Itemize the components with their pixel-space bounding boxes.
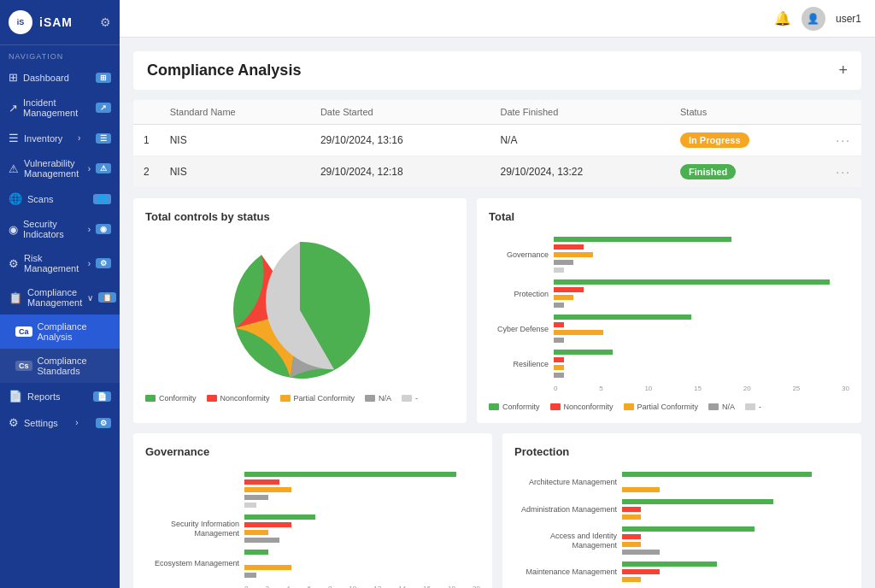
other-color	[745, 403, 755, 410]
sidebar-item-vulnerability[interactable]: ⚠ Vulnerability Management › ⚠	[0, 151, 120, 185]
conformity-label: Conformity	[502, 403, 540, 411]
total-chart-card: Total Governance	[477, 198, 861, 423]
compliance-analysis-badge: Ca	[15, 326, 32, 337]
standard-name: NIS	[160, 125, 310, 156]
na-label: N/A	[722, 403, 735, 411]
bar-group-ecosystem	[244, 550, 480, 578]
bar-row-cyber-defense: Cyber Defense	[489, 315, 849, 343]
username-label: user1	[836, 13, 861, 25]
charts-row-1: Total controls by status	[133, 198, 861, 423]
date-finished: 29/10/2024, 13:22	[490, 156, 670, 188]
na-label: N/A	[379, 394, 391, 403]
sidebar-item-settings[interactable]: ⚙ Settings › ⚙	[0, 409, 120, 436]
col-num	[133, 100, 160, 125]
sidebar-item-dashboard[interactable]: ⊞ Dashboard ⊞	[0, 64, 120, 91]
other-label: -	[415, 394, 418, 403]
sidebar-item-label: Compliance Standards	[38, 356, 111, 376]
page-header: Compliance Analysis +	[133, 51, 861, 90]
bar-row-resilience: Resilience	[489, 350, 849, 378]
incident-badge: ↗	[96, 103, 111, 113]
date-started: 29/10/2024, 12:18	[310, 156, 490, 188]
bar-label-admin: Administration Management	[514, 505, 617, 514]
legend-na: N/A	[708, 403, 735, 411]
row-menu-cell: ···	[825, 125, 861, 156]
row-menu-button[interactable]: ···	[836, 165, 851, 179]
sidebar-item-security-indicators[interactable]: ◉ Security Indicators › ◉	[0, 212, 120, 246]
avatar: 👤	[802, 7, 825, 31]
row-num: 1	[133, 125, 160, 156]
sidebar-item-inventory[interactable]: ☰ Inventory › ☰	[0, 125, 120, 151]
bar-row-ecosystem: Ecosystem Management	[145, 550, 480, 578]
notifications-bell-icon[interactable]: 🔔	[774, 10, 791, 26]
partial-color	[280, 395, 291, 402]
sidebar-item-reports[interactable]: 📄 Reports 📄	[0, 383, 120, 409]
row-menu-button[interactable]: ···	[836, 133, 851, 147]
sidebar-item-scans[interactable]: 🌐 Scans 🌐	[0, 185, 120, 212]
legend-conformity: Conformity	[489, 403, 540, 411]
legend-partial: Partial Conformity	[624, 403, 699, 411]
sidebar: iS iSAM ⚙ NAVIGATION ⊞ Dashboard ⊞ ↗ Inc…	[0, 0, 120, 588]
col-date-finished: Date Finished	[490, 100, 670, 125]
total-bar-chart: Governance Protection	[489, 233, 849, 396]
sidebar-item-compliance-analysis[interactable]: Ca Compliance Analysis	[0, 315, 120, 349]
col-date-started: Date Started	[310, 100, 490, 125]
reports-badge: 📄	[93, 391, 111, 402]
chevron-right-icon: ›	[88, 164, 91, 173]
bar-label-maintenance: Maintenance Management	[514, 567, 617, 577]
status-cell: Finished	[670, 156, 825, 188]
bar-group-cyber	[554, 315, 849, 343]
table-row: 1 NIS 29/10/2024, 13:16 N/A In Progress …	[133, 125, 861, 156]
chevron-right-icon: ›	[78, 133, 80, 143]
sidebar-settings-icon[interactable]: ⚙	[100, 15, 111, 29]
legend-partial: Partial Conformity	[280, 394, 355, 403]
scans-icon: 🌐	[9, 192, 22, 205]
other-label: -	[759, 403, 761, 411]
bar-label-resilience: Resilience	[489, 360, 549, 368]
legend-nonconformity: Nonconformity	[550, 403, 614, 411]
sidebar-item-incident-management[interactable]: ↗ Incident Management ↗	[0, 91, 120, 125]
pie-chart-title: Total controls by status	[145, 210, 455, 223]
comp-mgmt-badge: 📋	[98, 292, 116, 303]
sidebar-item-label: Security Indicators	[23, 219, 83, 239]
add-analysis-button[interactable]: +	[838, 62, 848, 79]
security-icon: ◉	[9, 223, 18, 236]
protection-chart-title: Protection	[514, 445, 849, 458]
sec-badge: ◉	[96, 224, 111, 234]
settings-badge: ⚙	[96, 418, 111, 428]
protection-chart-card: Protection Architecture Management Admin…	[502, 433, 861, 588]
bar-row-maintenance: Maintenance Management	[514, 562, 849, 582]
standard-name: NIS	[160, 156, 310, 188]
total-legend: Conformity Nonconformity Partial Conform…	[489, 403, 849, 411]
sidebar-logo: iS iSAM ⚙	[0, 0, 120, 45]
nonconformity-color	[207, 395, 217, 402]
bar-group-access	[622, 526, 849, 555]
sidebar-item-label: Risk Management	[24, 253, 83, 273]
partial-color	[624, 403, 634, 410]
sidebar-item-compliance-management[interactable]: 📋 Compliance Management ∨ 📋	[0, 280, 120, 315]
bar-row-admin: Administration Management	[514, 499, 849, 520]
incident-icon: ↗	[9, 102, 18, 115]
bar-label-arch: Architecture Management	[514, 478, 617, 487]
bar-group-sec-info	[244, 514, 480, 543]
governance-chart-card: Governance	[133, 433, 492, 588]
bar-group-protection	[554, 279, 849, 308]
status-badge: In Progress	[680, 132, 749, 148]
sidebar-item-compliance-standards[interactable]: Cs Compliance Standards	[0, 349, 120, 383]
inventory-badge: ☰	[96, 133, 111, 144]
bar-label-access: Access and Identity Management	[514, 532, 617, 550]
topbar: 🔔 👤 user1	[120, 0, 875, 38]
sidebar-item-risk-management[interactable]: ⚙ Risk Management › ⚙	[0, 246, 120, 280]
dashboard-badge: ⊞	[96, 73, 111, 83]
bar-group-gov-total	[244, 472, 480, 508]
pie-svg	[227, 238, 373, 383]
protection-bar-chart: Architecture Management Administration M…	[514, 468, 849, 588]
bar-label-protection: Protection	[489, 290, 549, 298]
bar-row-protection: Protection	[489, 279, 849, 308]
nav-label: NAVIGATION	[0, 45, 120, 64]
conformity-color	[145, 395, 156, 402]
chevron-right-icon: ›	[88, 225, 91, 234]
bar-row-sec-info: Security Information Management	[145, 514, 480, 543]
compliance-sub-menu: Ca Compliance Analysis Cs Compliance Sta…	[0, 315, 120, 383]
bar-group-arch	[622, 472, 849, 492]
logo-icon: iS	[9, 10, 32, 34]
